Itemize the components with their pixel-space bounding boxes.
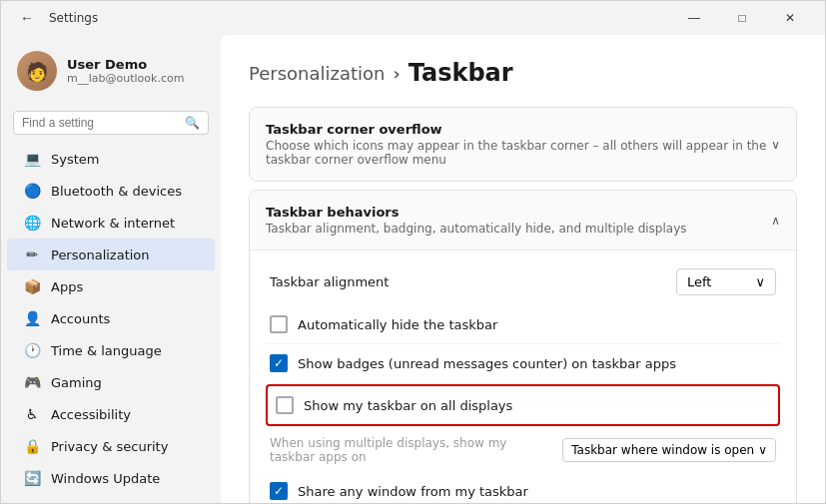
sidebar-item-apps[interactable]: 📦 Apps — [7, 270, 215, 302]
minimize-button[interactable]: — — [671, 2, 717, 34]
multi-display-dropdown[interactable]: Taskbar where window is open ∨ — [562, 438, 776, 462]
sidebar-item-label: Windows Update — [51, 471, 160, 486]
sidebar-item-bluetooth[interactable]: 🔵 Bluetooth & devices — [7, 175, 215, 207]
behaviors-title: Taskbar behaviors — [266, 205, 771, 220]
personalization-icon: ✏️ — [23, 246, 41, 263]
titlebar-title: Settings — [49, 11, 98, 25]
user-name: User Demo — [67, 57, 184, 72]
behaviors-chevron: ∧ — [771, 214, 780, 228]
all-displays-highlighted: Show my taskbar on all displays — [266, 384, 780, 426]
sidebar-item-label: Network & internet — [51, 216, 175, 231]
behaviors-header-content: Taskbar behaviors Taskbar alignment, bad… — [266, 205, 771, 236]
accessibility-icon: ♿ — [23, 405, 41, 423]
sidebar-item-label: Gaming — [51, 375, 102, 390]
back-button[interactable]: ← — [13, 4, 41, 32]
multi-display-label: When using multiple displays, show my ta… — [270, 436, 519, 464]
search-icon: 🔍 — [185, 116, 200, 130]
badges-label: Show badges (unread messages counter) on… — [298, 356, 676, 371]
all-displays-row: Show my taskbar on all displays — [268, 386, 778, 424]
share-window-row: Share any window from my taskbar — [266, 472, 780, 503]
sidebar-item-label: Accounts — [51, 311, 110, 326]
network-icon: 🌐 — [23, 214, 41, 232]
multi-display-sub-row: When using multiple displays, show my ta… — [266, 428, 780, 472]
sidebar: 🧑 User Demo m__lab@outlook.com 🔍 💻 Sys — [1, 35, 221, 503]
maximize-button[interactable]: □ — [719, 2, 765, 34]
sidebar-item-network[interactable]: 🌐 Network & internet — [7, 207, 215, 239]
sidebar-item-system[interactable]: 💻 System — [7, 143, 215, 175]
avatar: 🧑 — [17, 51, 57, 91]
titlebar-left: ← Settings — [13, 4, 98, 32]
privacy-icon: 🔒 — [23, 437, 41, 455]
sidebar-item-label: Accessibility — [51, 407, 131, 422]
navigation: 💻 System 🔵 Bluetooth & devices 🌐 Network… — [1, 143, 221, 494]
main-panel: Personalization › Taskbar Taskbar corner… — [221, 35, 825, 503]
bluetooth-icon: 🔵 — [23, 182, 41, 200]
apps-icon: 📦 — [23, 277, 41, 295]
sidebar-item-label: System — [51, 152, 99, 167]
multi-display-value: Taskbar where window is open — [571, 443, 754, 457]
auto-hide-row: Automatically hide the taskbar — [266, 305, 780, 343]
overflow-chevron: ∨ — [771, 138, 780, 152]
user-info: User Demo m__lab@outlook.com — [67, 57, 184, 85]
sidebar-item-label: Apps — [51, 279, 83, 294]
alignment-label: Taskbar alignment — [270, 274, 389, 289]
alignment-value: Left — [687, 274, 711, 289]
all-displays-checkbox[interactable] — [276, 396, 294, 414]
all-displays-label: Show my taskbar on all displays — [304, 398, 512, 413]
breadcrumb-arrow: › — [393, 63, 400, 84]
sidebar-item-personalization[interactable]: ✏️ Personalization — [7, 239, 215, 270]
search-box[interactable]: 🔍 — [13, 111, 209, 135]
share-window-label: Share any window from my taskbar — [298, 484, 528, 499]
taskbar-behaviors-section: Taskbar behaviors Taskbar alignment, bad… — [249, 190, 797, 503]
sidebar-item-time[interactable]: 🕐 Time & language — [7, 334, 215, 366]
sidebar-item-label: Personalization — [51, 248, 150, 262]
sidebar-item-accounts[interactable]: 👤 Accounts — [7, 302, 215, 334]
badges-checkbox[interactable] — [270, 354, 288, 372]
taskbar-overflow-header[interactable]: Taskbar corner overflow Choose which ico… — [250, 108, 796, 181]
auto-hide-checkbox[interactable] — [270, 315, 288, 333]
search-container: 🔍 — [1, 107, 221, 143]
avatar-image: 🧑 — [17, 51, 57, 91]
sidebar-item-privacy[interactable]: 🔒 Privacy & security — [7, 430, 215, 462]
taskbar-behaviors-header[interactable]: Taskbar behaviors Taskbar alignment, bad… — [250, 191, 796, 250]
behaviors-body: Taskbar alignment Left ∨ Automatically h… — [250, 250, 796, 503]
close-button[interactable]: ✕ — [767, 2, 813, 34]
overflow-header-content: Taskbar corner overflow Choose which ico… — [266, 122, 771, 167]
accounts-icon: 👤 — [23, 309, 41, 327]
gaming-icon: 🎮 — [23, 373, 41, 391]
sidebar-item-gaming[interactable]: 🎮 Gaming — [7, 366, 215, 398]
badges-row: Show badges (unread messages counter) on… — [266, 343, 780, 382]
sidebar-item-accessibility[interactable]: ♿ Accessibility — [7, 398, 215, 430]
taskbar-overflow-section: Taskbar corner overflow Choose which ico… — [249, 107, 797, 182]
system-icon: 💻 — [23, 150, 41, 168]
alignment-dropdown[interactable]: Left ∨ — [676, 268, 776, 295]
page-title: Taskbar — [409, 59, 513, 87]
overflow-desc: Choose which icons may appear in the tas… — [266, 139, 771, 167]
update-icon: 🔄 — [23, 469, 41, 487]
sidebar-item-label: Privacy & security — [51, 439, 168, 454]
overflow-title: Taskbar corner overflow — [266, 122, 771, 137]
main-content: 🧑 User Demo m__lab@outlook.com 🔍 💻 Sys — [1, 35, 825, 503]
user-email: m__lab@outlook.com — [67, 72, 184, 85]
sidebar-item-windows-update[interactable]: 🔄 Windows Update — [7, 462, 215, 494]
alignment-row: Taskbar alignment Left ∨ — [266, 258, 780, 305]
auto-hide-label: Automatically hide the taskbar — [298, 317, 497, 332]
multi-display-chevron: ∨ — [758, 443, 767, 457]
titlebar: ← Settings — □ ✕ — [1, 1, 825, 35]
alignment-chevron: ∨ — [755, 274, 765, 289]
user-profile: 🧑 User Demo m__lab@outlook.com — [1, 43, 221, 107]
settings-window: ← Settings — □ ✕ 🧑 User Demo m__lab@outl… — [0, 0, 826, 504]
breadcrumb: Personalization — [249, 63, 385, 84]
sidebar-item-label: Bluetooth & devices — [51, 184, 182, 199]
search-input[interactable] — [22, 116, 179, 130]
share-window-checkbox[interactable] — [270, 482, 288, 500]
behaviors-desc: Taskbar alignment, badging, automaticall… — [266, 222, 771, 236]
sidebar-item-label: Time & language — [51, 343, 162, 358]
titlebar-controls: — □ ✕ — [671, 2, 813, 34]
time-icon: 🕐 — [23, 341, 41, 359]
page-header: Personalization › Taskbar — [249, 59, 797, 87]
